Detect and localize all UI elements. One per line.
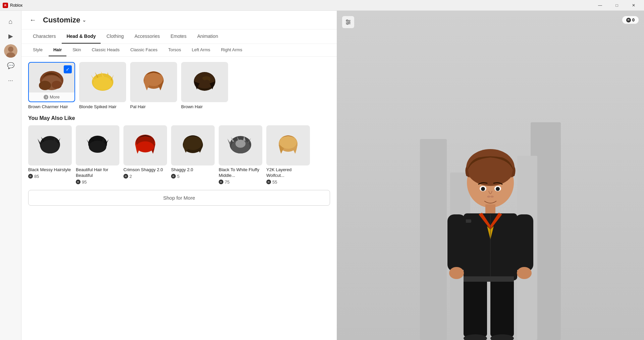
rec-item-black-white-fluffy[interactable]: Black To White Fluffy Middle... R 75 xyxy=(219,125,262,185)
svg-point-10 xyxy=(144,71,163,86)
sidebar: ⌂ ▶ 💬 ··· xyxy=(0,11,21,340)
top-nav-clothing[interactable]: Clothing xyxy=(102,29,128,44)
title-dropdown-arrow[interactable]: ⌄ xyxy=(82,17,86,23)
svg-point-26 xyxy=(279,135,297,149)
settings-icon-btn[interactable] xyxy=(342,16,354,28)
rec-item-beautiful[interactable]: Beautiful Hair for Beautiful R 95 xyxy=(76,125,119,185)
sub-nav-hair[interactable]: Hair xyxy=(49,44,66,56)
more-label[interactable]: More xyxy=(50,94,60,99)
hair-item-pal[interactable]: Pal Hair xyxy=(130,62,177,110)
maximize-button[interactable]: □ xyxy=(609,0,625,11)
app-logo: R xyxy=(3,3,8,8)
svg-point-38 xyxy=(466,149,515,186)
rec-thumb-beautiful[interactable] xyxy=(76,125,119,165)
top-nav: Characters Head & Body Clothing Accessor… xyxy=(21,29,337,44)
sub-nav-skin[interactable]: Skin xyxy=(68,44,86,56)
rec-item-y2k[interactable]: Y2K Layered Wolfcut... R 55 xyxy=(266,125,310,185)
svg-rect-53 xyxy=(490,276,514,337)
hair-thumb-brown-charmer[interactable]: ✓ ℹ More xyxy=(28,62,75,102)
sub-nav-torsos[interactable]: Torsos xyxy=(164,44,186,56)
hair-thumb-pal[interactable] xyxy=(130,62,177,102)
rec-name-black-messy: Black Messy Hairstyle xyxy=(28,167,72,173)
sidebar-home-icon[interactable]: ⌂ xyxy=(4,15,17,28)
hair-thumb-blonde-spiked[interactable] xyxy=(79,62,126,102)
character-figure xyxy=(420,106,561,340)
rec-name-beautiful: Beautiful Hair for Beautiful xyxy=(76,167,119,179)
svg-point-51 xyxy=(517,267,532,279)
shop-for-more-button[interactable]: Shop for More xyxy=(28,190,330,206)
sidebar-avatar-icon[interactable] xyxy=(4,44,17,58)
content-area: ✓ ℹ More Brown Charmer H xyxy=(21,57,337,340)
rec-thumb-crimson[interactable] xyxy=(123,125,167,165)
svg-point-50 xyxy=(449,267,464,279)
sidebar-chat-icon[interactable]: 💬 xyxy=(4,59,17,72)
svg-rect-48 xyxy=(447,214,466,271)
titlebar: R Roblox — □ ✕ xyxy=(0,0,644,11)
top-nav-animation[interactable]: Animation xyxy=(193,29,223,44)
svg-rect-47 xyxy=(465,219,471,223)
top-nav-characters[interactable]: Characters xyxy=(28,29,60,44)
svg-point-24 xyxy=(235,140,246,148)
minimize-button[interactable]: — xyxy=(592,0,608,11)
top-nav-emotes[interactable]: Emotes xyxy=(166,29,191,44)
sub-nav-classic-faces[interactable]: Classic Faces xyxy=(126,44,162,56)
hair-item-brown-charmer[interactable]: ✓ ℹ More Brown Charmer H xyxy=(28,62,75,110)
rec-item-shaggy[interactable]: Shaggy 2.0 R 5 xyxy=(171,125,215,185)
svg-point-19 xyxy=(137,141,154,152)
viewport: R 0 xyxy=(337,11,644,340)
robux-badge-icon: R xyxy=(626,18,631,22)
panel-header: ← Customize ⌄ xyxy=(21,11,337,29)
svg-point-41 xyxy=(481,187,485,191)
back-button[interactable]: ← xyxy=(28,15,38,25)
svg-point-1 xyxy=(8,47,13,52)
app-body: ⌂ ▶ 💬 ··· ← Customize ⌄ Characters Head … xyxy=(0,11,644,340)
sub-nav-right-arms[interactable]: Right Arms xyxy=(216,44,247,56)
hair-name-brown: Brown Hair xyxy=(181,104,228,110)
rec-price-value-0: 85 xyxy=(34,174,39,179)
main-panel: ← Customize ⌄ Characters Head & Body Clo… xyxy=(21,11,337,340)
sub-nav-style[interactable]: Style xyxy=(28,44,47,56)
rec-item-crimson[interactable]: Crimson Shaggy 2.0 R 2 xyxy=(123,125,167,185)
rec-price-value-2: 2 xyxy=(129,174,132,179)
svg-point-16 xyxy=(89,141,106,153)
more-overlay[interactable]: ℹ More xyxy=(29,92,74,101)
svg-rect-54 xyxy=(464,276,514,282)
titlebar-left: R Roblox xyxy=(3,3,22,8)
info-icon: ℹ xyxy=(44,95,48,99)
rec-item-black-messy[interactable]: Black Messy Hairstyle R 85 xyxy=(28,125,72,185)
panel-title: Customize ⌄ xyxy=(43,16,86,24)
rec-price-shaggy: R 5 xyxy=(171,174,215,179)
sub-nav-left-arms[interactable]: Left Arms xyxy=(187,44,215,56)
svg-rect-49 xyxy=(515,214,533,271)
robux-icon-3: R xyxy=(171,174,176,179)
robux-counter: R 0 xyxy=(622,16,639,24)
svg-point-32 xyxy=(347,23,348,24)
close-button[interactable]: ✕ xyxy=(626,0,641,11)
sidebar-play-icon[interactable]: ▶ xyxy=(4,29,17,43)
rec-price-value-5: 55 xyxy=(272,180,277,185)
recommendations-section-title: You May Also Like xyxy=(28,115,330,121)
svg-point-28 xyxy=(346,20,348,21)
robux-badge[interactable]: R 0 xyxy=(622,16,639,24)
robux-icon-2: R xyxy=(123,174,128,179)
rec-thumb-y2k[interactable] xyxy=(266,125,310,165)
rec-thumb-shaggy[interactable] xyxy=(171,125,215,165)
panel-title-text: Customize xyxy=(43,16,80,24)
svg-point-5 xyxy=(39,81,51,90)
robux-icon-5: R xyxy=(266,180,271,184)
hair-name-pal: Pal Hair xyxy=(130,104,177,110)
rec-thumb-black-white-fluffy[interactable] xyxy=(219,125,262,165)
robux-icon-1: R xyxy=(76,180,80,184)
top-nav-accessories[interactable]: Accessories xyxy=(130,29,164,44)
rec-price-y2k: R 55 xyxy=(266,180,310,185)
rec-price-crimson: R 2 xyxy=(123,174,167,179)
rec-thumb-black-messy[interactable] xyxy=(28,125,72,165)
sub-nav-classic-heads[interactable]: Classic Heads xyxy=(87,44,124,56)
hair-thumb-brown[interactable] xyxy=(181,62,228,102)
robux-icon-4: R xyxy=(219,180,223,184)
rec-grid: Black Messy Hairstyle R 85 xyxy=(28,125,330,185)
hair-item-brown[interactable]: Brown Hair xyxy=(181,62,228,110)
top-nav-head-body[interactable]: Head & Body xyxy=(62,29,100,44)
sidebar-more-icon[interactable]: ··· xyxy=(4,74,17,87)
hair-item-blonde-spiked[interactable]: Blonde Spiked Hair xyxy=(79,62,126,110)
